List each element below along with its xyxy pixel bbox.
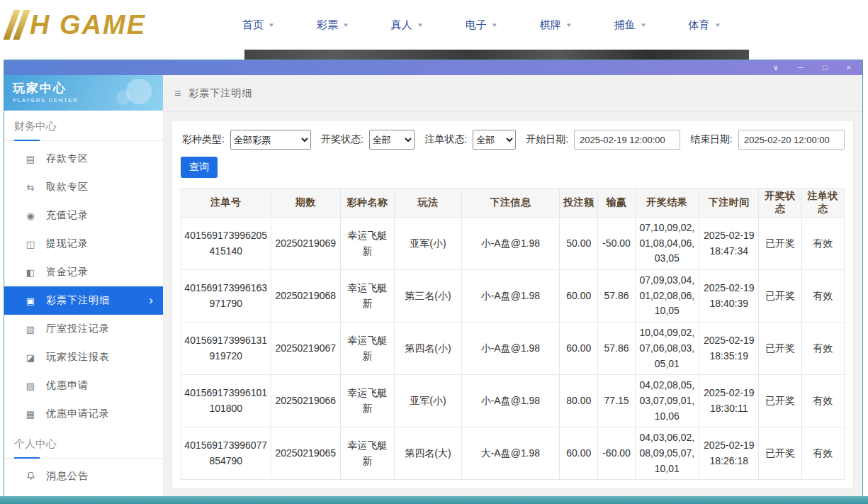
main-nav: 首页▼彩票▼真人▼电子▼棋牌▼捕鱼▼体育▼ <box>242 18 720 32</box>
table-cell: 幸运飞艇新 <box>340 270 394 323</box>
content-card: 彩种类型:全部彩票开奖状态:全部注单状态:全部开始日期:结束日期: 查询 注单号… <box>171 121 854 488</box>
sidebar-item-label: 取款专区 <box>46 181 89 194</box>
nav-item[interactable]: 首页▼ <box>242 18 274 32</box>
table-cell: 50.00 <box>560 218 598 270</box>
table-cell: 小-A盘@1.98 <box>461 375 560 427</box>
table-cell: 401569173996163971790 <box>181 270 271 323</box>
column-header: 下注信息 <box>461 189 560 218</box>
withdraw-icon: ⇆ <box>24 182 37 193</box>
end-date-input-label: 结束日期: <box>690 133 733 146</box>
nav-item[interactable]: 电子▼ <box>466 18 497 32</box>
column-header: 开奖状态 <box>759 189 801 218</box>
nav-item[interactable]: 棋牌▼ <box>540 18 572 32</box>
window-collapse-button[interactable]: ∨ <box>773 64 779 72</box>
table-cell: 57.86 <box>598 323 635 375</box>
window-close-button[interactable]: × <box>847 64 851 72</box>
nav-item-label: 电子 <box>466 18 487 32</box>
sidebar-item-label: 存款专区 <box>46 152 89 165</box>
table-cell: 已开奖 <box>759 270 801 323</box>
sidebar-item-label: 消息公告 <box>46 470 89 483</box>
table-cell: 第四名(小) <box>395 323 461 375</box>
sidebar-section-title: 财务中心 <box>4 111 163 141</box>
table-cell: 07,10,09,02,01,08,04,06,03,05 <box>635 218 699 270</box>
table-cell: 已开奖 <box>759 427 801 480</box>
table-cell: 幸运飞艇新 <box>340 375 394 427</box>
table-cell: 77.15 <box>598 375 635 427</box>
column-header: 开奖结果 <box>635 189 699 218</box>
table-cell: 57.86 <box>598 270 635 323</box>
nav-item[interactable]: 体育▼ <box>689 18 721 32</box>
caret-down-icon: ▼ <box>417 22 424 28</box>
chevron-right-icon: › <box>149 293 153 308</box>
table-cell: 已开奖 <box>759 218 801 270</box>
sidebar-item-label: 提现记录 <box>46 237 89 250</box>
sidebar-item-recharge-records[interactable]: ◉充值记录 <box>4 201 163 230</box>
sidebar-item-hall-bet-records[interactable]: ▥厅室投注记录 <box>4 315 163 343</box>
window-minimize-button[interactable]: ─ <box>798 64 804 72</box>
sidebar-item-label: 玩家投注报表 <box>46 351 110 364</box>
caret-down-icon: ▼ <box>565 22 572 28</box>
sidebar-item-deposit-zone[interactable]: ▤存款专区 <box>4 145 163 173</box>
logo-bars-icon <box>9 10 28 40</box>
table-cell: 401569173996131919720 <box>181 323 271 375</box>
nav-item[interactable]: 真人▼ <box>391 18 423 32</box>
nav-item[interactable]: 捕鱼▼ <box>614 18 646 32</box>
table-cell: 第四名(大) <box>395 427 461 480</box>
player-bet-report-icon: ◪ <box>24 352 37 363</box>
table-row: 40156917399620541514020250219069幸运飞艇新亚军(… <box>181 218 845 270</box>
promo-record-icon: ▦ <box>24 409 37 420</box>
notice-icon <box>24 471 37 483</box>
column-header: 输赢 <box>598 189 635 218</box>
nav-item-label: 首页 <box>242 18 264 32</box>
brand-logo[interactable]: H GAME <box>9 10 201 40</box>
nav-item[interactable]: 彩票▼ <box>317 18 349 32</box>
sidebar-item-promo-apply[interactable]: ▨优惠申请 <box>4 371 163 400</box>
query-row: 查询 <box>181 150 845 178</box>
sidebar-item-message-notice[interactable]: 消息公告 <box>4 462 163 491</box>
nav-item-label: 彩票 <box>317 18 338 32</box>
table-cell: 04,02,08,05,03,07,09,01,10,06 <box>635 375 699 427</box>
page-title: 彩票下注明细 <box>188 87 252 100</box>
table-cell: 60.00 <box>560 270 598 323</box>
table-cell: 401569173996101101800 <box>181 375 271 427</box>
table-cell: 2025-02-19 18:26:18 <box>699 427 759 480</box>
sidebar-item-promo-apply-records[interactable]: ▦优惠申请记录 <box>4 400 163 428</box>
sidebar-item-funds-records[interactable]: ◧资金记录 <box>4 258 163 286</box>
window-maximize-button[interactable]: □ <box>823 64 828 72</box>
end-date-input[interactable] <box>738 130 845 150</box>
column-header: 注单状态 <box>801 189 844 218</box>
sidebar-item-label: 优惠申请记录 <box>46 408 110 420</box>
sidebar-item-withdraw-zone[interactable]: ⇆取款专区 <box>4 173 163 201</box>
sidebar-item-player-bet-report[interactable]: ◪玩家投注报表 <box>4 343 163 371</box>
lottery-type-select[interactable]: 全部彩票 <box>230 130 311 150</box>
promo-apply-icon: ▨ <box>24 381 37 391</box>
table-cell: 60.00 <box>560 323 598 375</box>
draw-status-select[interactable]: 全部 <box>369 130 415 150</box>
table-cell: 80.00 <box>560 375 598 427</box>
query-button[interactable]: 查询 <box>181 157 218 178</box>
caret-down-icon: ▼ <box>268 22 275 28</box>
start-date-input[interactable] <box>574 130 680 150</box>
table-cell: 20250219069 <box>271 218 340 270</box>
window-body: 玩家中心 PLAYERS CENTER 财务中心▤存款专区⇆取款专区◉充值记录◫… <box>4 75 862 497</box>
logo-text: H GAME <box>30 10 146 40</box>
order-status-select[interactable]: 全部 <box>473 130 516 150</box>
sidebar-item-lottery-bet-details[interactable]: ▣彩票下注明细› <box>4 286 163 315</box>
filter-bar: 彩种类型:全部彩票开奖状态:全部注单状态:全部开始日期:结束日期: <box>181 130 845 150</box>
nav-item-label: 真人 <box>391 18 412 32</box>
caret-down-icon: ▼ <box>342 22 349 28</box>
sidebar-menu: 财务中心▤存款专区⇆取款专区◉充值记录◫提现记录◧资金记录▣彩票下注明细›▥厅室… <box>4 111 163 491</box>
table-cell: 小-A盘@1.98 <box>461 270 560 323</box>
table-cell: 已开奖 <box>759 375 801 427</box>
page-header: ≡ 彩票下注明细 <box>163 75 862 112</box>
table-cell: 2025-02-19 18:30:11 <box>699 375 759 427</box>
table-cell: 401569173996077854790 <box>181 427 271 480</box>
draw-status-select-label: 开奖状态: <box>321 133 363 146</box>
menu-icon[interactable]: ≡ <box>174 87 181 100</box>
sidebar-item-withdrawal-records[interactable]: ◫提现记录 <box>4 230 163 258</box>
column-header: 投注额 <box>560 189 598 218</box>
table-cell: 60.00 <box>560 427 598 480</box>
sidebar-section-title: 个人中心 <box>4 428 163 459</box>
lottery-type-select-label: 彩种类型: <box>182 133 225 146</box>
table-cell: 20250219067 <box>271 323 340 375</box>
